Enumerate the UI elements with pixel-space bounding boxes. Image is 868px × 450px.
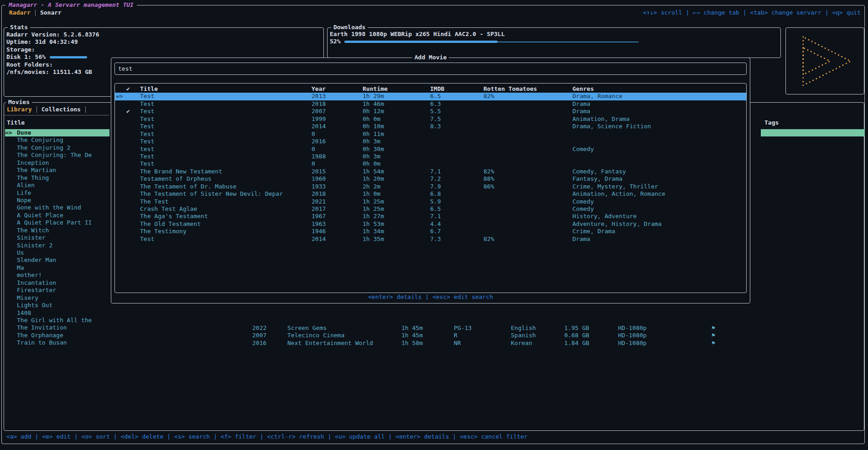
movie-list-item[interactable]: 1408 [5, 309, 109, 317]
cell-year: 2015 [312, 168, 363, 175]
movie-title: The Conjuring 2 [17, 144, 70, 152]
result-row[interactable]: Test 2014 0h 10m 8.3 Drama, Science Fict… [115, 123, 746, 130]
result-row[interactable]: Test 1988 0h 3m [115, 153, 746, 160]
tab-library[interactable]: Library [7, 106, 32, 113]
movie-list-item[interactable]: A Quiet Place Part II [5, 219, 109, 226]
result-row[interactable]: The Old Testament 1963 1h 53m 4.4 Advent… [115, 220, 746, 228]
movie-list-item[interactable]: Train to Busan [5, 339, 109, 346]
movie-title: Us [17, 249, 24, 256]
result-row[interactable]: The Test 2021 1h 25m 5.9 Comedy [115, 198, 746, 205]
movie-title: A Quiet Place Part II [17, 219, 92, 226]
cell-studio: Telecinco Cinema [287, 332, 401, 339]
movie-list-item[interactable]: The Martian [5, 167, 109, 174]
movie-title: Misery [17, 294, 38, 302]
result-row[interactable]: Crash Test Aglae 2017 1h 25m 6.5 Comedy [115, 205, 746, 213]
movie-title: Firestarter [17, 287, 56, 294]
add-movie-title: Add Movie [412, 54, 449, 61]
download-progress-fill [344, 41, 497, 43]
result-row[interactable]: The Testimony 1946 1h 34m 6.7 Crime, Dra… [115, 228, 746, 235]
movie-list-item[interactable]: Ma [5, 264, 109, 272]
download-progress-track [498, 42, 639, 42]
result-row[interactable]: Test 0 0h 11m [115, 131, 746, 138]
movie-list-item[interactable]: The Witch [5, 227, 109, 234]
movie-list-item[interactable]: The Orphanage [5, 332, 109, 339]
movie-list-item[interactable]: Us [5, 249, 109, 256]
movie-title: The Orphanage [17, 332, 63, 339]
cell-year: 2017 [312, 205, 363, 213]
result-row[interactable]: Test 0 0h 0m [115, 160, 746, 167]
movie-list-item[interactable]: Sinister 2 [5, 242, 109, 249]
movie-list-item[interactable]: Firestarter [5, 287, 109, 294]
cell-genres: Drama [572, 235, 746, 243]
tab-radarr[interactable]: Radarr [9, 9, 31, 16]
movie-list-item[interactable]: The Conjuring: The De [5, 152, 109, 159]
library-row[interactable]: 2016 Next Entertainment World 1h 58m NR … [252, 340, 725, 347]
tab-sonarr[interactable]: Sonarr [40, 9, 62, 16]
movie-list-item[interactable]: Slender Man [5, 256, 109, 264]
movie-title: Sinister [17, 234, 46, 241]
movie-list-item[interactable]: Alien [5, 182, 109, 189]
cell-imdb: 6.5 [430, 93, 483, 100]
cell-runtime: 1h 27m [363, 213, 430, 220]
movie-list-item[interactable]: The Thing [5, 174, 109, 182]
movie-list-item[interactable]: Incantation [5, 279, 109, 287]
movie-list-item[interactable]: The Invitation [5, 324, 109, 331]
cell-runtime: 0h 3m [363, 153, 430, 160]
movie-title: Sinister 2 [17, 242, 52, 249]
movie-list-item[interactable]: A Quiet Place [5, 212, 109, 219]
result-row[interactable]: The Testament of Dr. Mabuse 1933 2h 2m 7… [115, 183, 746, 190]
movie-list-item[interactable]: Inception [5, 159, 109, 167]
title-column-header: Title [7, 119, 25, 126]
movie-list-item[interactable]: The Girl with All the [5, 317, 109, 324]
cell-year: 2022 [252, 324, 287, 332]
movie-list-item[interactable]: Lights Out [5, 302, 109, 309]
result-row[interactable]: test 0 0h 30m Comedy [115, 146, 746, 153]
cell-runtime: 1h 45m [401, 332, 454, 339]
cell-title: Test [140, 93, 312, 100]
cell-genres: Fantasy, Drama [572, 175, 746, 183]
uptime: Uptime: 31d 04:32:49 [6, 38, 323, 46]
movie-title: The Invitation [17, 324, 67, 331]
add-movie-search-input[interactable] [114, 63, 747, 75]
cell-runtime: 1h 25m [363, 205, 430, 213]
movie-list-item[interactable]: Sinister [5, 234, 109, 241]
managarr-app: Managarr - A Servarr management TUI Rada… [0, 0, 868, 450]
result-row[interactable]: Testament of Orpheus 1960 1h 20m 7.2 88%… [115, 175, 746, 183]
tab-collections[interactable]: Collections [42, 106, 81, 113]
result-row[interactable]: The Aga's Testament 1967 1h 27m 7.1 Hist… [115, 213, 746, 220]
movie-list-item[interactable]: The Conjuring [5, 136, 109, 144]
tab-underline [4, 115, 109, 115]
result-row[interactable]: Test 1999 0h 0m 7.5 Animation, Drama [115, 115, 746, 123]
cell-genres: Drama, Romance [572, 93, 746, 100]
cell-year: 1960 [312, 175, 363, 183]
movie-list-item[interactable]: Life [5, 189, 109, 197]
header-check-icon: ✔ [126, 85, 140, 93]
cell-year: 2021 [312, 198, 363, 205]
result-row[interactable]: The Brand New Testament 2015 1h 54m 7.1 … [115, 168, 746, 175]
library-row[interactable]: 2022 Screen Gems 1h 45m PG-13 English 1.… [252, 324, 725, 332]
movie-list-item[interactable]: The Conjuring 2 [5, 144, 109, 152]
library-tab-bar: Library Collections [7, 106, 86, 113]
library-row[interactable]: 2007 Telecinco Cinema 1h 45m R Spanish 0… [252, 332, 725, 339]
tags-cell-selected[interactable] [761, 129, 865, 136]
cell-title: The Test [140, 198, 312, 205]
result-row[interactable]: Test 2018 1h 46m 6.3 Drama [115, 100, 746, 108]
movie-list-item[interactable]: mother! [5, 272, 109, 279]
movie-list-item[interactable]: Misery [5, 294, 109, 302]
cell-language: Spanish [511, 332, 564, 339]
movie-list-item[interactable]: => Dune [5, 129, 109, 136]
cell-rotten-tomatoes: 82% [483, 235, 572, 243]
result-row[interactable]: Test 2016 0h 3m [115, 138, 746, 145]
result-row[interactable]: => Test 2013 1h 29m 6.5 82% Drama, Roman… [115, 93, 746, 100]
result-row[interactable]: Test 2014 1h 35m 7.3 82% Drama [115, 235, 746, 243]
download-progress-bar [344, 41, 639, 43]
result-row[interactable]: The Testament of Sister New Devil: Depar… [115, 190, 746, 198]
cell-imdb: 6.5 [430, 205, 483, 213]
logo-panel [785, 27, 864, 94]
movie-list-item[interactable]: Gone with the Wind [5, 204, 109, 211]
cell-year: 0 [312, 131, 363, 138]
movie-list-item[interactable]: Nope [5, 197, 109, 204]
cell-year: 1999 [312, 115, 363, 123]
result-row[interactable]: ✔ Test 2007 0h 12m 5.5 Drama [115, 108, 746, 115]
cell-title: The Old Testament [140, 220, 312, 228]
